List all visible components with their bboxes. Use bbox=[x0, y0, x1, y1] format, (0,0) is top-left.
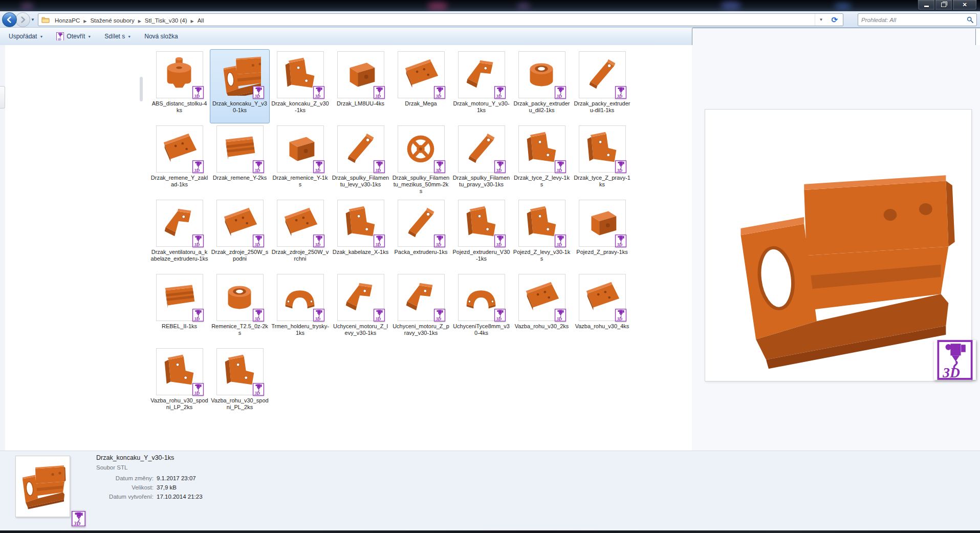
file-item[interactable]: 3DDrzak_spulky_Filamentu_pravy_v30-1ks bbox=[451, 123, 511, 198]
file-item[interactable]: 3DVazba_rohu_v30_2ks bbox=[512, 272, 572, 346]
svg-text:3D: 3D bbox=[254, 168, 260, 173]
breadcrumb-segment[interactable]: Stl_Tisk_v30 (4) bbox=[142, 16, 190, 25]
file-item[interactable]: 3DDrzak_spulky_Filamentu_mezikus_50mm-2k… bbox=[391, 123, 451, 198]
svg-text:3D: 3D bbox=[495, 242, 502, 247]
close-button[interactable]: ✕ bbox=[952, 0, 977, 10]
3d-printer-badge-icon: 3D bbox=[494, 86, 506, 99]
toolbar-right: ▼ ? bbox=[937, 32, 980, 41]
details-field-value: 37,9 kB bbox=[157, 484, 177, 491]
3d-printer-badge-icon: 3D bbox=[192, 383, 204, 396]
file-item[interactable]: 3DDzak_kabelaze_X-1ks bbox=[331, 198, 390, 272]
file-name-label: Drzak_motoru_Y_v30-1ks bbox=[452, 100, 510, 114]
file-item[interactable]: 3DTrmen_holderu_trysky-1ks bbox=[270, 272, 330, 346]
3d-printer-badge-icon: 3D bbox=[192, 309, 204, 322]
file-item[interactable]: 3DDrzak_Mega bbox=[391, 49, 451, 123]
file-item[interactable]: 3DDrzak_remene_Y-2ks bbox=[210, 123, 270, 198]
3d-printer-badge-icon: 3D bbox=[494, 160, 506, 173]
file-item[interactable]: 3DDrzak_ventilatoru_a_kabelaze_extruderu… bbox=[149, 198, 209, 272]
file-thumbnail: 3D bbox=[398, 125, 445, 173]
minimize-button[interactable] bbox=[918, 0, 935, 10]
file-item[interactable]: 3DUchyceniTyce8mm_v30-4ks bbox=[451, 272, 511, 346]
stl-model-thumbnail bbox=[17, 460, 68, 511]
file-item[interactable]: 3DDrzak_tyce_Z_levy-1ks bbox=[512, 123, 572, 198]
3d-printer-badge-icon: 3D bbox=[555, 234, 566, 247]
close-icon: ✕ bbox=[962, 2, 967, 8]
file-item[interactable]: 3DDrzak_remenice_Y-1ks bbox=[270, 123, 330, 198]
file-thumbnail: 3D bbox=[458, 200, 505, 247]
toolbar-button-sd-let-s[interactable]: Sdílet s▼ bbox=[100, 30, 136, 42]
file-item[interactable]: 3DDrzak_motoru_Y_v30-1ks bbox=[451, 49, 511, 123]
breadcrumb-segment[interactable]: All bbox=[194, 16, 207, 25]
file-item[interactable]: 3DREBEL_II-1ks bbox=[149, 272, 209, 346]
search-input[interactable] bbox=[858, 17, 967, 23]
3d-printer-badge-icon: 3D bbox=[253, 383, 264, 396]
breadcrumb-separator-icon[interactable]: ▶ bbox=[138, 19, 142, 24]
3d-printer-badge-icon: 3D bbox=[555, 309, 566, 322]
file-item[interactable]: 3DDrzak_zdroje_250W_spodni bbox=[210, 198, 270, 272]
3d-printer-badge-icon: 3D bbox=[494, 309, 506, 322]
address-dropdown-icon[interactable]: ▼ bbox=[815, 14, 827, 26]
file-item[interactable]: 3DPojezd_extruderu_V30-1ks bbox=[451, 198, 511, 272]
file-item[interactable]: 3DDrzak_remene_Y_zaklad-1ks bbox=[149, 123, 209, 198]
file-thumbnail: 3D bbox=[216, 274, 264, 321]
svg-text:3D: 3D bbox=[314, 316, 320, 322]
scrollbar-thumb[interactable] bbox=[140, 77, 143, 101]
file-thumbnail: 3D bbox=[518, 51, 565, 98]
breadcrumb[interactable]: HonzaPC▶Stažené soubory▶Stl_Tisk_v30 (4)… bbox=[38, 13, 843, 26]
file-name-label: UchyceniTyce8mm_v30-4ks bbox=[452, 323, 510, 336]
svg-text:3D: 3D bbox=[254, 316, 260, 322]
file-item[interactable]: 3DDrzak_tyce_Z_pravy-1ks bbox=[572, 123, 632, 198]
toolbar-button-nov-slo-ka[interactable]: Nová složka bbox=[140, 30, 182, 42]
file-item[interactable]: 3DUchyceni_motoru_Z_pravy_v30-1ks bbox=[391, 272, 451, 346]
history-dropdown[interactable]: ▼ bbox=[31, 17, 35, 22]
file-item[interactable]: 3DRemenice_T2.5_0z-2ks bbox=[210, 272, 270, 346]
search-icon bbox=[967, 16, 973, 23]
file-item[interactable]: 3DDrzak_packy_extruderu_dil2-1ks bbox=[512, 49, 572, 123]
breadcrumb-segment[interactable]: HonzaPC bbox=[52, 16, 83, 25]
file-thumbnail: 3D bbox=[156, 51, 203, 98]
3d-printer-badge-icon: 3D bbox=[253, 234, 264, 247]
file-item[interactable]: 3DDrzak_LM8UU-4ks bbox=[331, 49, 390, 123]
svg-text:3D: 3D bbox=[435, 242, 441, 247]
file-item[interactable]: 3DDrzak_packy_extruderu-dil1-1ks bbox=[572, 49, 632, 123]
file-thumbnail: 3D bbox=[156, 200, 203, 247]
file-name-label: Drzak_packy_extruderu_dil2-1ks bbox=[513, 100, 571, 114]
file-thumbnail: 3D bbox=[579, 51, 626, 98]
file-name-label: Vazba_rohu_v30_spodni_PL_2ks bbox=[211, 397, 269, 411]
3d-printer-badge-icon: 3D bbox=[934, 340, 976, 380]
file-item[interactable]: 3DVazba_rohu_v30_4ks bbox=[572, 272, 632, 346]
toolbar-button-label: Uspořádat bbox=[9, 33, 37, 40]
file-item[interactable]: 3DDrzak_koncaku_Y_v30-1ks bbox=[210, 49, 270, 123]
wallpaper-blob bbox=[427, 2, 448, 10]
file-item[interactable]: 3DPojezd_Z_pravy-1ks bbox=[572, 198, 632, 272]
arrow-right-icon bbox=[19, 16, 26, 23]
svg-text:3D: 3D bbox=[495, 316, 502, 322]
details-pane: 3D Drzak_koncaku_Y_v30-1ks Soubor STL Da… bbox=[0, 451, 980, 531]
pane-handle[interactable] bbox=[0, 86, 5, 109]
breadcrumb-separator-icon[interactable]: ▶ bbox=[190, 19, 194, 24]
file-item[interactable]: 3DVazba_rohu_v30_spodni_LP_2ks bbox=[149, 346, 209, 420]
breadcrumb-segment[interactable]: Stažené soubory bbox=[87, 16, 137, 25]
back-button[interactable] bbox=[2, 12, 17, 27]
file-item[interactable]: 3DDrzak_spulky_Filamentu_levy_v30-1ks bbox=[331, 123, 390, 198]
toolbar-button-otev-t[interactable]: 3DOtevřít▼ bbox=[52, 30, 96, 44]
details-field-row: Velikost:37,9 kB bbox=[96, 483, 203, 492]
toolbar-button-uspo-dat[interactable]: Uspořádat▼ bbox=[4, 30, 48, 42]
3d-printer-badge-icon: 3D bbox=[615, 160, 626, 173]
refresh-icon[interactable]: ⟳ bbox=[827, 14, 842, 26]
file-thumbnail: 3D bbox=[216, 348, 264, 395]
forward-button[interactable] bbox=[15, 12, 30, 27]
restore-button[interactable] bbox=[935, 0, 952, 10]
file-item[interactable]: 3DUchyceni_motoru_Z_levy_v30-1ks bbox=[331, 272, 390, 346]
file-item[interactable]: 3DABS_distanc_stolku-4ks bbox=[149, 49, 209, 123]
file-name-label: Uchyceni_motoru_Z_pravy_v30-1ks bbox=[392, 323, 450, 336]
3d-printer-badge-icon: 3D bbox=[494, 160, 506, 173]
file-item[interactable]: 3DPojezd_Z_levy_v30-1ks bbox=[512, 198, 572, 272]
search-box bbox=[858, 13, 977, 26]
file-item[interactable]: 3DVazba_rohu_v30_spodni_PL_2ks bbox=[210, 346, 270, 420]
file-item[interactable]: 3DDrzak_koncaku_Z_v30-1ks bbox=[270, 49, 330, 123]
file-item[interactable]: 3DDrzak_zdroje_250W_vrchni bbox=[270, 198, 330, 272]
svg-text:3D: 3D bbox=[314, 242, 320, 247]
file-item[interactable]: 3DPacka_extruderu-1ks bbox=[391, 198, 451, 272]
3d-printer-badge-icon: 3D bbox=[374, 86, 385, 99]
